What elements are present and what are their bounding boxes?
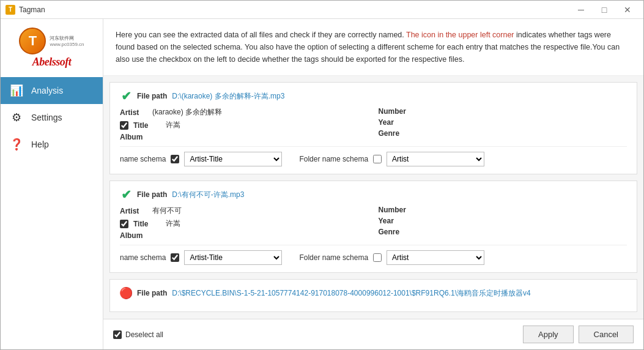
title-value-2: 许嵩 (166, 218, 180, 229)
fields-area-1: Artist (karaoke) 多余的解释 Title 许嵩 Album (120, 107, 627, 141)
title-label-1: Title (133, 121, 161, 130)
check-ok-icon-2: ✔ (121, 187, 131, 202)
title-row-2: Title 许嵩 (120, 218, 369, 229)
year-row-2: Year (379, 217, 627, 225)
deselect-all-checkbox[interactable] (113, 330, 122, 339)
file-path-row-3: 🔴 File path D:\$RECYCLE.BIN\S-1-5-21-105… (120, 287, 627, 299)
title-bar-left: T Tagman (6, 5, 45, 15)
title-row-1: Title 许嵩 (120, 120, 369, 130)
title-checkbox-2[interactable] (120, 220, 128, 228)
sidebar: T 河东软件网 www.pc0359.cn Abelssoft 📊 Analys… (1, 19, 103, 349)
bottom-bar: Deselect all Apply Cancel (103, 319, 643, 349)
minimize-button[interactable]: ─ (570, 3, 592, 17)
folder-schema-checkbox-2[interactable] (373, 253, 382, 262)
file-path-label-2: File path (137, 190, 167, 199)
close-button[interactable]: ✕ (616, 3, 638, 17)
analysis-icon: 📊 (8, 82, 25, 99)
file-card-3: 🔴 File path D:\$RECYCLE.BIN\S-1-5-21-105… (109, 279, 637, 312)
fields-area-2: Artist 有何不可 Title 许嵩 Album (120, 206, 627, 240)
album-row-1: Album (120, 133, 369, 141)
artist-value-2: 有何不可 (152, 206, 182, 216)
logo-area: T 河东软件网 www.pc0359.cn Abelssoft (1, 19, 103, 72)
file-path-label-1: File path (137, 92, 167, 100)
file-path-value-3: D:\$RECYCLE.BIN\S-1-5-21-1057774142-9170… (172, 288, 530, 299)
album-label-2: Album (120, 231, 147, 240)
schema-row-1: name schema Artist-Title Artist - Title … (120, 146, 627, 166)
file-path-row-2: ✔ File path D:\有何不可-许嵩.mp3 (120, 188, 627, 201)
app-icon: T (6, 5, 15, 15)
folder-schema-select-1[interactable]: Artist Album Artist/Album (387, 152, 484, 166)
cancel-button[interactable]: Cancel (579, 326, 634, 343)
title-checkbox-1[interactable] (120, 121, 128, 130)
genre-row-1: Genre (379, 129, 627, 138)
genre-label-1: Genre (379, 129, 406, 138)
file-card-1: ✔ File path D:\(karaoke) 多余的解释-许嵩.mp3 Ar… (109, 82, 637, 174)
folder-schema-select-2[interactable]: Artist Album Artist/Album (387, 250, 484, 265)
description-area: Here you can see the extracted data of a… (103, 19, 643, 76)
url-watermark: www.pc0359.cn (50, 42, 84, 47)
number-row-2: Number (379, 206, 627, 214)
check-ok-icon: ✔ (121, 89, 131, 103)
left-fields-1: Artist (karaoke) 多余的解释 Title 许嵩 Album (120, 107, 369, 141)
status-icon-1: ✔ (120, 90, 132, 102)
folder-schema-checkbox-1[interactable] (373, 155, 382, 163)
error-icon: 🔴 (119, 286, 133, 300)
sidebar-item-help[interactable]: ❓ Help (1, 131, 103, 158)
name-schema-checkbox-2[interactable] (171, 253, 179, 262)
apply-button[interactable]: Apply (523, 326, 574, 343)
help-icon: ❓ (8, 136, 25, 153)
logo-circle: T (19, 28, 46, 54)
genre-label-2: Genre (379, 228, 406, 236)
number-row-1: Number (379, 107, 627, 116)
cn-watermark: 河东软件网 (50, 35, 84, 42)
left-fields-2: Artist 有何不可 Title 许嵩 Album (120, 206, 369, 240)
folder-schema-label-1: Folder name schema (299, 155, 368, 163)
file-path-row-1: ✔ File path D:\(karaoke) 多余的解释-许嵩.mp3 (120, 90, 627, 102)
status-icon-3: 🔴 (120, 287, 132, 299)
maximize-button[interactable]: □ (593, 3, 615, 17)
schema-row-2: name schema Artist-Title Artist - Title … (120, 245, 627, 265)
right-panel: Here you can see the extracted data of a… (103, 19, 643, 349)
bottom-buttons: Apply Cancel (523, 326, 634, 343)
year-row-1: Year (379, 118, 627, 127)
main-content: T 河东软件网 www.pc0359.cn Abelssoft 📊 Analys… (1, 19, 643, 349)
description-text: Here you can see the extracted data of a… (116, 31, 406, 39)
name-schema-select-2[interactable]: Artist-Title Artist - Title Title Artist… (184, 250, 282, 265)
title-value-1: 许嵩 (166, 120, 180, 130)
status-icon-2: ✔ (120, 188, 132, 201)
genre-row-2: Genre (379, 228, 627, 236)
artist-label-2: Artist (120, 207, 147, 215)
artist-label-1: Artist (120, 108, 147, 117)
window-title: Tagman (19, 6, 45, 14)
sidebar-item-settings[interactable]: ⚙ Settings (1, 104, 103, 131)
name-schema-select-1[interactable]: Artist-Title Artist - Title Title Artist… (184, 152, 282, 166)
file-path-value-2: D:\有何不可-许嵩.mp3 (172, 190, 244, 200)
title-label-2: Title (133, 220, 161, 228)
description-highlight: The icon in the upper left corner (406, 31, 514, 39)
number-label-2: Number (379, 206, 406, 214)
file-path-value-1: D:\(karaoke) 多余的解释-许嵩.mp3 (172, 91, 284, 102)
file-path-label-3: File path (137, 289, 167, 297)
artist-value-1: (karaoke) 多余的解释 (152, 107, 222, 117)
artist-row-2: Artist 有何不可 (120, 206, 369, 216)
name-schema-checkbox-1[interactable] (171, 155, 179, 163)
analysis-label: Analysis (31, 86, 63, 95)
right-fields-1: Number Year Genre (379, 107, 627, 141)
sidebar-nav: 📊 Analysis ⚙ Settings ❓ Help (1, 72, 103, 349)
name-schema-label-1: name schema (120, 155, 166, 163)
year-label-2: Year (379, 217, 406, 225)
settings-icon: ⚙ (8, 109, 25, 126)
right-fields-2: Number Year Genre (379, 206, 627, 240)
settings-label: Settings (31, 113, 62, 122)
window-controls: ─ □ ✕ (570, 3, 638, 17)
content-area: ✔ File path D:\(karaoke) 多余的解释-许嵩.mp3 Ar… (103, 76, 643, 319)
name-schema-label-2: name schema (120, 253, 166, 262)
sidebar-item-analysis[interactable]: 📊 Analysis (1, 77, 103, 104)
title-bar: T Tagman ─ □ ✕ (1, 1, 643, 19)
help-label: Help (31, 140, 49, 149)
year-label-1: Year (379, 118, 406, 127)
brand-name: Abelssoft (32, 56, 72, 69)
main-window: T Tagman ─ □ ✕ T 河东软件网 www.pc0359.cn (0, 0, 644, 350)
file-card-2: ✔ File path D:\有何不可-许嵩.mp3 Artist 有何不可 (109, 181, 637, 273)
deselect-label: Deselect all (125, 330, 163, 339)
